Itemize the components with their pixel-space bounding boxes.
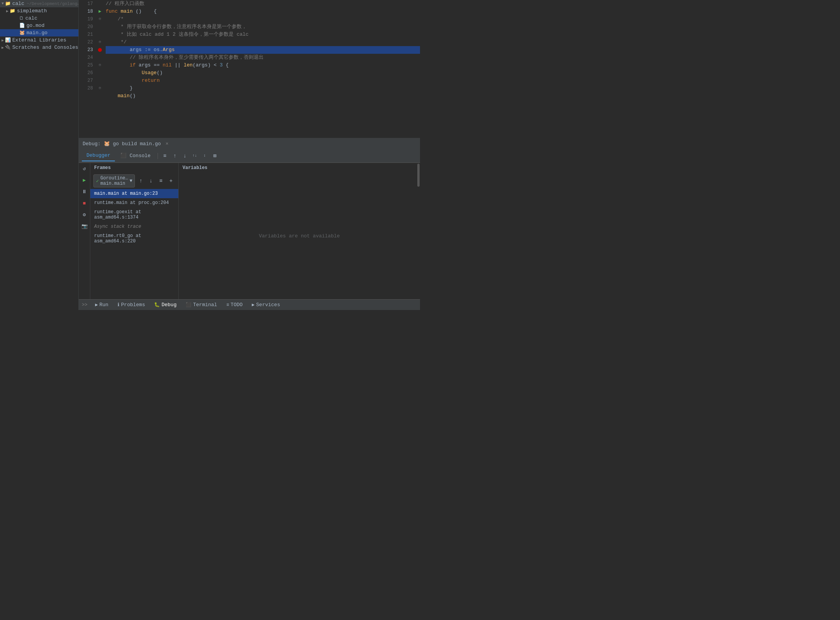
bottom-tab-todo[interactable]: ≡ TODO — [222, 300, 247, 310]
sidebar-item-simplemath[interactable]: ▶ 📁 simplemath — [0, 7, 78, 15]
sidebar-item-label: calc — [25, 15, 37, 21]
frames-toolbar: ✓ Goroutine…main.main ▼ ↑ ↓ ≡ + — [90, 173, 178, 189]
sidebar-item-scratches[interactable]: ▶ 🔌 Scratches and Consoles — [0, 44, 78, 51]
console-tab-label: Console — [129, 153, 151, 159]
problems-label: Problems — [121, 302, 145, 308]
code-line-23: args := os.Args — [106, 46, 420, 54]
code-line-26: Usage() — [106, 69, 420, 77]
spacer — [12, 23, 18, 28]
line-num-17: 17 — [79, 0, 93, 8]
console-icon: ⬛ — [120, 153, 126, 159]
debug-pause-btn[interactable]: ⏸ — [80, 187, 89, 196]
bottom-tab-run[interactable]: ▶ Run — [90, 300, 113, 310]
debug-header: Debug: 🐹 go build main.go × — [79, 138, 420, 149]
debug-toolbar: Debugger ⬛ Console ≡ ↑ ↓ ↑↓ ↕ ⊞ — [79, 149, 420, 163]
debug-close-btn[interactable]: × — [166, 141, 169, 147]
gutter-21 — [96, 31, 104, 38]
debug-stop-btn[interactable]: ■ — [80, 199, 89, 207]
code-line-17: // 程序入口函数 — [106, 0, 420, 8]
frames-list: main.main at main.go:23 runtime.main at … — [90, 189, 178, 299]
fold-icon-28: ⊖ — [99, 85, 101, 92]
gutter-26 — [96, 69, 104, 77]
sidebar-item-main-go[interactable]: 🐹 main.go — [0, 29, 78, 36]
frame-item-1[interactable]: runtime.main at proc.go:204 — [90, 198, 178, 207]
code-line-27: return — [106, 77, 420, 85]
frame-label-0: main.main at main.go:23 — [94, 191, 158, 196]
folder-icon: 📁 — [10, 8, 15, 14]
toolbar-btn-step-into[interactable]: ↕ — [200, 151, 209, 161]
sidebar-item-external-libs[interactable]: ▶ 📊 External Libraries — [0, 36, 78, 44]
external-lib-icon: 📊 — [5, 37, 11, 43]
code-editor[interactable]: 17 18 19 20 21 22 23 24 25 26 27 28 — [79, 0, 420, 138]
debug-restart-btn[interactable]: ↺ — [80, 164, 89, 173]
frames-header: Frames — [90, 163, 178, 173]
fold-icon-25: ⊖ — [99, 61, 101, 69]
frame-label-2: runtime.goexit at asm_amd64.s:1374 — [94, 209, 141, 220]
variables-scrollbar[interactable] — [417, 163, 420, 299]
bottom-tab-problems[interactable]: ℹ Problems — [113, 300, 149, 310]
line-num-footer — [79, 92, 93, 100]
todo-icon: ≡ — [226, 302, 229, 308]
expand-arrow: ▶ — [2, 45, 4, 50]
line-num-24: 24 — [79, 54, 93, 61]
frame-up-btn[interactable]: ↑ — [136, 176, 145, 186]
frame-item-2[interactable]: runtime.goexit at asm_amd64.s:1374 — [90, 207, 178, 222]
goroutine-label: Goroutine…main.main — [100, 176, 128, 186]
bottom-tab-services[interactable]: ▶ Services — [247, 300, 285, 310]
main-area: ▼ 📁 calc ~/Development/golang/calc ▶ 📁 s… — [0, 0, 420, 310]
expand-btn[interactable]: >> — [79, 302, 90, 308]
debug-session-label: go build main.go — [113, 141, 161, 147]
frame-list-btn[interactable]: ≡ — [157, 176, 165, 186]
gutter-22: ⊖ — [96, 38, 104, 46]
expand-arrow: ▶ — [2, 38, 4, 43]
toolbar-btn-grid[interactable]: ⊞ — [210, 151, 219, 161]
sidebar-path-label: ~/Development/golang/calc — [27, 2, 79, 6]
variables-empty-label: Variables are not available — [179, 173, 420, 299]
spacer — [12, 30, 18, 36]
code-line-21: * 比如 calc add 1 2 这条指令，第一个参数是 calc — [106, 31, 420, 38]
line-numbers: 17 18 19 20 21 22 23 24 25 26 27 28 — [79, 0, 96, 138]
async-frame-label-0: runtime.rt0_go at asm_amd64.s:220 — [94, 233, 141, 244]
gutter-18: ▶ — [96, 8, 104, 15]
goroutine-dropdown[interactable]: ✓ Goroutine…main.main ▼ — [93, 174, 135, 187]
debug-settings-btn[interactable]: ⚙ — [80, 211, 89, 219]
code-line-19: /* — [106, 15, 420, 23]
frame-add-btn[interactable]: + — [167, 176, 175, 186]
gutter-24 — [96, 54, 104, 61]
code-line-28: } — [106, 85, 420, 92]
sidebar-item-calc-root[interactable]: ▼ 📁 calc ~/Development/golang/calc — [0, 0, 78, 7]
frame-item-0[interactable]: main.main at main.go:23 — [90, 189, 178, 198]
current-line-arrow: ▶ — [98, 8, 101, 15]
debug-camera-btn[interactable]: 📷 — [80, 222, 89, 230]
toolbar-btn-down[interactable]: ↓ — [180, 151, 189, 161]
gutter-28: ⊖ — [96, 85, 104, 92]
debugger-tab[interactable]: Debugger — [82, 150, 115, 161]
sidebar-item-label: main.go — [27, 30, 48, 36]
sidebar-item-label: calc — [12, 1, 24, 7]
toolbar-btn-list[interactable]: ≡ — [160, 151, 169, 161]
sidebar-item-calc-file[interactable]: 🗋 calc — [0, 15, 78, 22]
todo-label: TODO — [231, 302, 242, 308]
toolbar-btn-up[interactable]: ↑ — [170, 151, 179, 161]
debug-resume-btn[interactable]: ▶ — [80, 176, 89, 184]
terminal-label: Terminal — [193, 302, 217, 308]
debug-label: Debug — [161, 302, 176, 308]
sidebar-item-go-mod[interactable]: 📄 go.mod — [0, 22, 78, 29]
expand-arrow: ▼ — [2, 2, 4, 6]
frame-down-btn[interactable]: ↓ — [147, 176, 155, 186]
async-frame-0[interactable]: runtime.rt0_go at asm_amd64.s:220 — [90, 231, 178, 246]
mod-icon: 📄 — [19, 23, 25, 28]
console-tab[interactable]: ⬛ Console — [116, 150, 155, 162]
line-num-22: 22 — [79, 38, 93, 46]
gutter-27 — [96, 77, 104, 85]
spacer — [12, 16, 18, 21]
toolbar-btn-step-over[interactable]: ↑↓ — [190, 151, 199, 161]
bottom-tab-terminal[interactable]: ⬛ Terminal — [181, 300, 221, 310]
bottom-tab-debug[interactable]: 🐛 Debug — [149, 300, 181, 310]
code-line-18: func main () { — [106, 8, 420, 15]
code-line-22: */ — [106, 38, 420, 46]
frame-label-1: runtime.main at proc.go:204 — [94, 200, 169, 206]
fold-icon-22: ⊖ — [99, 38, 101, 46]
frames-panel: Frames ✓ Goroutine…main.main ▼ ↑ ↓ ≡ + — [90, 163, 179, 299]
gutter-17 — [96, 0, 104, 8]
